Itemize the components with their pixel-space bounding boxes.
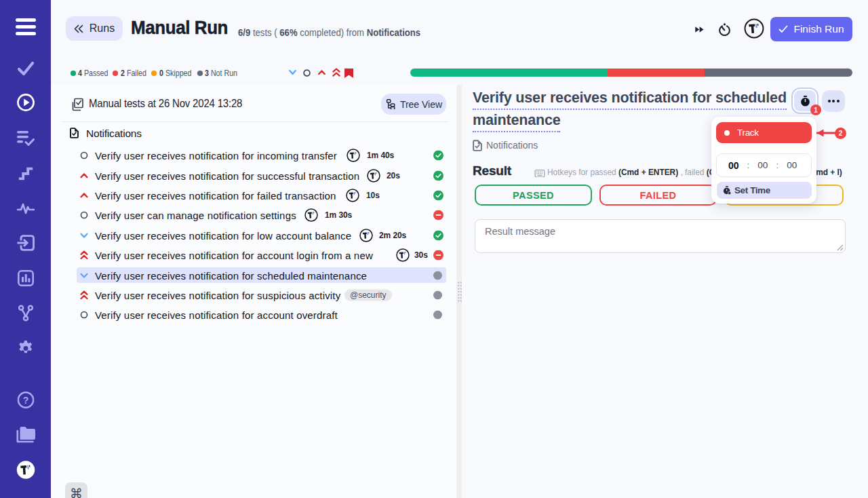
- svg-text:?: ?: [22, 395, 28, 406]
